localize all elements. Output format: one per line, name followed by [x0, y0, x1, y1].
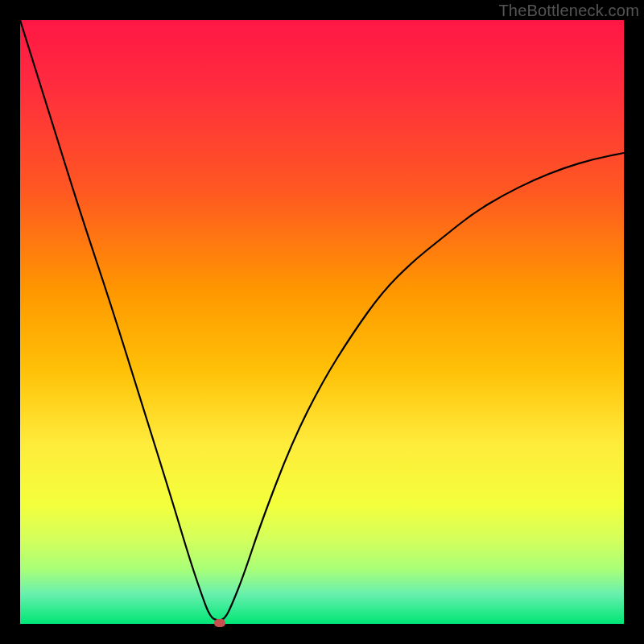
watermark-text: TheBottleneck.com [498, 2, 639, 20]
bottleneck-curve [20, 20, 624, 620]
curve-layer [20, 20, 624, 624]
plot-area [20, 20, 624, 624]
min-marker [214, 619, 225, 627]
chart-frame: TheBottleneck.com [0, 0, 644, 644]
